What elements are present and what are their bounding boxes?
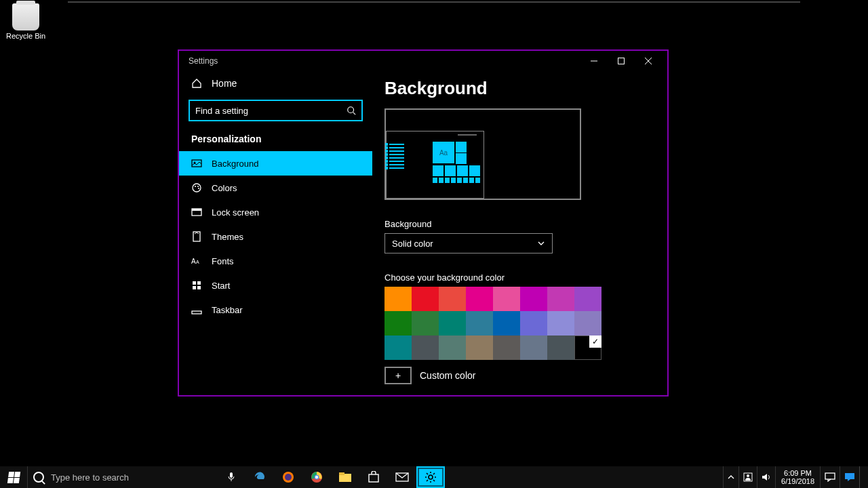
svg-point-9: [195, 186, 196, 187]
svg-rect-21: [192, 311, 201, 314]
color-swatch[interactable]: [384, 336, 412, 360]
svg-line-5: [353, 113, 356, 115]
color-swatch[interactable]: [439, 336, 466, 360]
color-swatch[interactable]: [439, 311, 466, 336]
windows-logo-icon: [7, 472, 20, 483]
svg-rect-20: [197, 286, 201, 289]
custom-color-button[interactable]: +: [384, 367, 412, 384]
color-swatch[interactable]: [384, 311, 412, 336]
start-button[interactable]: [0, 466, 27, 488]
search-icon: [347, 106, 356, 115]
color-swatch[interactable]: [384, 287, 412, 311]
desktop-icon-label: Recycle Bin: [5, 32, 46, 40]
edge-icon[interactable]: [245, 466, 274, 488]
nav-icon: [191, 207, 202, 218]
nav-item-lock-screen[interactable]: Lock screen: [179, 200, 372, 224]
color-swatch[interactable]: [574, 287, 601, 311]
taskbar-search[interactable]: Type here to search: [27, 466, 217, 488]
background-type-dropdown[interactable]: Solid color: [384, 233, 553, 253]
nav-item-start[interactable]: Start: [179, 273, 372, 298]
store-icon[interactable]: [359, 466, 388, 488]
choose-color-label: Choose your background color: [384, 272, 655, 283]
window-title: Settings: [184, 56, 580, 66]
color-swatch[interactable]: [412, 287, 439, 311]
color-swatch[interactable]: [412, 336, 439, 360]
chrome-icon[interactable]: [302, 466, 331, 488]
background-preview: Aa: [384, 108, 581, 200]
color-swatch[interactable]: [547, 311, 574, 336]
svg-rect-19: [193, 286, 196, 289]
taskbar-search-placeholder: Type here to search: [51, 472, 129, 483]
svg-point-11: [198, 188, 199, 189]
svg-rect-29: [339, 472, 344, 475]
maximize-button[interactable]: [608, 51, 635, 71]
nav-item-colors[interactable]: Colors: [179, 176, 372, 200]
titlebar[interactable]: Settings: [179, 51, 667, 71]
background-type-label: Background: [384, 219, 655, 229]
svg-point-27: [315, 476, 318, 479]
tray-people-icon[interactable]: [738, 466, 757, 488]
tray-clock[interactable]: 6:09 PM 6/19/2018: [775, 466, 820, 488]
tray-overflow-icon[interactable]: [723, 466, 738, 488]
nav-label: Lock screen: [212, 207, 259, 218]
svg-rect-30: [369, 474, 378, 482]
color-swatch[interactable]: [547, 336, 574, 360]
custom-color-row[interactable]: + Custom color: [384, 367, 655, 384]
tray-volume-icon[interactable]: [757, 466, 775, 488]
svg-rect-35: [825, 473, 835, 479]
nav-label: Start: [212, 281, 230, 291]
color-swatch[interactable]: [466, 336, 493, 360]
color-swatch[interactable]: [439, 287, 466, 311]
svg-rect-6: [192, 160, 201, 167]
color-swatch[interactable]: [466, 287, 493, 311]
svg-point-24: [285, 474, 292, 481]
chevron-down-icon: [537, 239, 545, 247]
color-swatch[interactable]: [520, 336, 547, 360]
nav-item-themes[interactable]: Themes: [179, 224, 372, 249]
show-desktop-button[interactable]: [859, 466, 868, 488]
system-tray: 6:09 PM 6/19/2018: [723, 466, 868, 488]
home-icon: [191, 78, 202, 89]
svg-rect-1: [618, 58, 625, 64]
firefox-icon[interactable]: [274, 466, 302, 488]
settings-search[interactable]: [189, 100, 363, 121]
settings-taskbar-icon[interactable]: [416, 466, 445, 488]
tray-action-center-icon[interactable]: [840, 466, 859, 488]
svg-point-34: [747, 474, 749, 477]
settings-search-input[interactable]: [195, 106, 347, 116]
tray-date: 6/19/2018: [781, 477, 814, 485]
file-explorer-icon[interactable]: [331, 466, 359, 488]
close-button[interactable]: [635, 51, 662, 71]
svg-rect-13: [192, 209, 201, 211]
mail-icon[interactable]: [388, 466, 416, 488]
svg-rect-17: [193, 281, 196, 285]
taskbar: Type here to search 6:09 PM 6/19/2018: [0, 466, 868, 488]
minimize-button[interactable]: [580, 51, 608, 71]
tray-time: 6:09 PM: [784, 469, 812, 477]
desktop-icon-recycle-bin[interactable]: Recycle Bin: [5, 3, 46, 40]
tray-notifications-icon[interactable]: [820, 466, 840, 488]
color-swatch[interactable]: [493, 311, 520, 336]
color-swatch[interactable]: [466, 311, 493, 336]
color-swatch[interactable]: [412, 311, 439, 336]
svg-point-32: [429, 475, 433, 479]
color-swatch[interactable]: [493, 287, 520, 311]
home-button[interactable]: Home: [179, 71, 372, 96]
color-swatch[interactable]: [547, 287, 574, 311]
color-swatch[interactable]: [520, 287, 547, 311]
microphone-icon[interactable]: [217, 466, 245, 488]
nav-label: Themes: [212, 232, 243, 242]
nav-label: Background: [212, 159, 258, 169]
color-swatch[interactable]: [574, 336, 601, 360]
page-heading: Background: [384, 78, 655, 99]
svg-rect-36: [845, 473, 854, 479]
color-swatch[interactable]: [520, 311, 547, 336]
nav-item-taskbar[interactable]: Taskbar: [179, 298, 372, 322]
nav-item-fonts[interactable]: AAFonts: [179, 249, 372, 273]
color-swatch[interactable]: [574, 311, 601, 336]
content-pane: Background Aa: [372, 71, 667, 395]
svg-rect-18: [197, 281, 201, 285]
nav-item-background[interactable]: Background: [179, 151, 372, 176]
color-swatch[interactable]: [493, 336, 520, 360]
svg-rect-22: [230, 472, 233, 478]
